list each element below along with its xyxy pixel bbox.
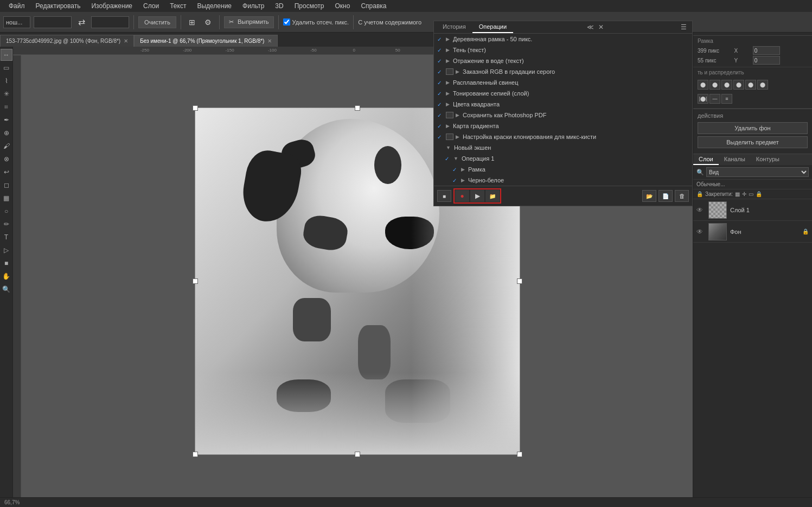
handle-bl[interactable] [193,452,198,457]
ops-stop-btn[interactable]: ■ [437,190,451,202]
delete-clipped-label[interactable]: Удалить отсеч. пикс. [283,18,349,26]
ops-arrow-11[interactable]: ▼ [446,145,451,150]
dist-3[interactable]: ≡ [721,94,732,104]
grid-icon[interactable]: ⊞ [186,16,199,29]
ops-arrow-6[interactable]: ▶ [446,91,450,96]
tool-dodge[interactable]: ○ [1,205,12,217]
handle-ml[interactable] [193,278,198,284]
delete-clipped-checkbox[interactable] [283,18,290,26]
select-subject-button[interactable]: Выделить предмет [698,136,808,148]
tool-eraser[interactable]: ◻ [1,179,12,191]
tool-lasso[interactable]: ⌇ [1,75,12,87]
ops-check-4[interactable]: ✓ [437,69,444,75]
ops-check-3[interactable]: ✓ [437,58,444,64]
x-input[interactable] [753,46,780,55]
tool-clone[interactable]: ⊗ [1,153,12,165]
tool-move[interactable]: ↔ [1,49,12,61]
ops-arrow-14[interactable]: ▶ [461,178,465,183]
align-bottom[interactable]: ⬤ [757,80,768,90]
menu-layers[interactable]: Слои [139,1,163,11]
lock-artboard-icon[interactable]: ▭ [749,191,753,197]
ops-arrow-2[interactable]: ▶ [446,47,450,53]
tab-1-close[interactable]: ✕ [267,38,272,44]
align-center-v[interactable]: ⬤ [745,80,756,90]
ops-item-5[interactable]: ✓▶ Расплавленный свинец [434,77,692,88]
menu-file[interactable]: Файл [4,1,29,11]
ops-new-action-btn[interactable]: 📄 [658,190,673,202]
delete-bg-button[interactable]: Удалить фон [698,122,808,134]
menu-window[interactable]: Окно [330,1,354,11]
lock-all-icon[interactable]: 🔒 [756,191,762,197]
layer-row-0[interactable]: 👁 Слой 1 [693,199,812,221]
tool-input-3[interactable] [91,16,129,28]
dist-v[interactable]: — [709,94,720,104]
layers-tab-channels[interactable]: Каналы [719,154,751,165]
ops-item-12[interactable]: ✓▼ Операция 1 [434,153,692,164]
ops-item-6[interactable]: ✓▶ Тонирование сепией (слой) [434,88,692,99]
ops-check-6[interactable]: ✓ [437,91,444,97]
tool-gradient[interactable]: ▦ [1,192,12,204]
menu-view[interactable]: Просмотр [290,1,329,11]
menu-edit[interactable]: Редактировать [31,1,85,11]
tool-input-2[interactable] [34,16,72,28]
ops-item-9[interactable]: ✓▶ Карта градиента [434,121,692,131]
menu-text[interactable]: Текст [165,1,190,11]
ops-arrow-1[interactable]: ▶ [446,36,450,42]
tool-crop[interactable]: ⌗ [1,101,12,113]
ops-check-14[interactable]: ✓ [452,178,459,183]
ops-delete-btn[interactable]: 🗑 [675,190,689,202]
ops-arrow-3[interactable]: ▶ [446,58,450,64]
layers-tab-paths[interactable]: Контуры [751,154,785,165]
ops-folder-btn[interactable]: 📁 [485,190,500,202]
tool-input-1[interactable] [3,16,30,28]
straighten-button[interactable]: ✂ Выпрямить [224,16,274,28]
ops-arrow-13[interactable]: ▶ [461,167,465,172]
ops-check-12[interactable]: ✓ [445,156,451,162]
collapse-double-left[interactable]: ≪ [585,22,596,32]
handle-tm[interactable] [355,105,360,111]
tool-magic-wand[interactable]: ✳ [1,88,12,100]
clear-button[interactable]: Очистить [138,16,176,28]
ops-item-1[interactable]: ✓▶ Деревянная рамка - 50 пикс. [434,34,692,45]
handle-bm[interactable] [355,452,360,457]
menu-select[interactable]: Выделение [193,1,236,11]
ops-item-13[interactable]: ✓▶ Рамка [434,164,692,175]
menu-image[interactable]: Изображение [87,1,137,11]
tool-history-brush[interactable]: ↩ [1,166,12,178]
handle-tl[interactable] [193,105,198,111]
ops-menu-icon[interactable]: ☰ [677,21,690,33]
ops-check-13[interactable]: ✓ [452,167,459,173]
ops-new-set-btn[interactable]: 📂 [642,190,656,202]
ops-arrow-4[interactable]: ▶ [456,69,459,74]
layer-0-eye[interactable]: 👁 [696,206,705,214]
ops-record-btn[interactable]: ● [455,190,469,202]
ops-check-2[interactable]: ✓ [437,47,444,53]
y-input[interactable] [753,56,780,65]
handle-br[interactable] [517,452,522,457]
ops-check-1[interactable]: ✓ [437,36,444,42]
tab-operations[interactable]: Операции [472,21,513,33]
ops-item-3[interactable]: ✓▶ Отражение в воде (текст) [434,55,692,66]
tool-pen[interactable]: ✏ [1,218,12,230]
tool-type[interactable]: T [1,231,12,243]
ops-arrow-8[interactable]: ▶ [456,112,459,118]
tool-eyedropper[interactable]: ✒ [1,114,12,126]
layer-1-eye[interactable]: 👁 [696,228,705,236]
ops-arrow-9[interactable]: ▶ [446,123,450,129]
menu-filter[interactable]: Фильтр [238,1,268,11]
ops-arrow-5[interactable]: ▶ [446,80,450,85]
lock-pixel-icon[interactable]: ▦ [735,191,740,197]
align-center-h[interactable]: ⬤ [709,80,720,90]
ops-item-2[interactable]: ✓▶ Тень (текст) [434,45,692,55]
menu-help[interactable]: Справка [356,1,391,11]
layers-filter-select[interactable]: Вид [706,167,809,177]
align-left[interactable]: ⬤ [698,80,708,90]
ops-check-7[interactable]: ✓ [437,102,444,107]
tool-select-rect[interactable]: ▭ [1,62,12,74]
ops-arrow-12[interactable]: ▼ [453,156,458,161]
lock-pos-icon[interactable]: ✛ [742,191,746,197]
ops-item-7[interactable]: ✓▶ Цвета квадранта [434,99,692,110]
tool-hand[interactable]: ✋ [1,270,12,282]
tab-0[interactable]: 153-7735cd049992.jpg @ 100% (Фон, RGB/8*… [0,35,134,47]
swap-icon[interactable]: ⇄ [75,16,88,29]
